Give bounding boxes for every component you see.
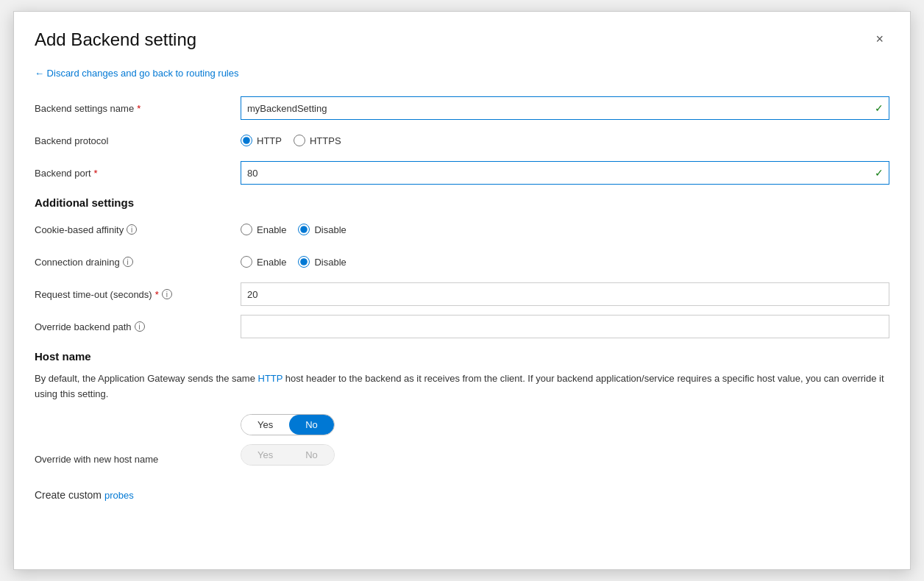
protocol-https-radio[interactable] xyxy=(294,135,305,146)
connection-draining-label: Connection draining i xyxy=(35,257,241,268)
dialog-header: Add Backend setting × xyxy=(14,12,910,62)
backend-protocol-label: Backend protocol xyxy=(35,135,241,146)
host-name-heading: Host name xyxy=(35,350,889,363)
override-host-name-row: Override with new host name Yes No xyxy=(35,444,889,474)
override-backend-path-input[interactable] xyxy=(241,315,889,338)
override-backend-path-label: Override backend path i xyxy=(35,321,241,332)
host-name-toggle-group: Yes No xyxy=(241,414,335,435)
backend-port-wrapper: ✓ xyxy=(241,161,889,185)
connection-draining-enable-option[interactable]: Enable xyxy=(241,256,286,268)
cookie-affinity-enable-label: Enable xyxy=(257,224,286,235)
cookie-affinity-disable-radio[interactable] xyxy=(298,224,310,235)
connection-draining-row: Connection draining i Enable Disable xyxy=(35,250,889,274)
connection-draining-radio-group: Enable Disable xyxy=(241,256,889,268)
protocol-http-label: HTTP xyxy=(257,135,282,146)
host-name-no-button[interactable]: No xyxy=(289,415,334,435)
backend-port-input[interactable] xyxy=(241,161,889,185)
dialog-content: ← Discard changes and go back to routing… xyxy=(14,62,910,536)
backend-port-label: Backend port * xyxy=(35,168,241,179)
add-backend-setting-dialog: Add Backend setting × ← Discard changes … xyxy=(13,11,911,570)
host-name-description: By default, the Application Gateway send… xyxy=(35,371,889,402)
backend-settings-name-row: Backend settings name * ✓ xyxy=(35,96,889,120)
backend-protocol-row: Backend protocol HTTP HTTPS xyxy=(35,129,889,152)
dialog-title: Add Backend setting xyxy=(35,29,196,50)
backend-settings-name-input[interactable] xyxy=(241,96,889,120)
connection-draining-disable-label: Disable xyxy=(314,257,346,268)
cookie-affinity-disable-label: Disable xyxy=(314,224,346,235)
http-link[interactable]: HTTP xyxy=(258,373,283,384)
close-button[interactable]: × xyxy=(870,29,889,49)
backend-settings-name-wrapper: ✓ xyxy=(241,96,889,120)
host-name-yes-button[interactable]: Yes xyxy=(241,415,289,435)
port-required-star: * xyxy=(94,168,98,179)
protocol-http-radio[interactable] xyxy=(241,135,252,146)
protocol-http-option[interactable]: HTTP xyxy=(241,135,282,146)
request-timeout-wrapper xyxy=(241,282,889,306)
connection-draining-enable-radio[interactable] xyxy=(241,256,252,268)
connection-draining-info-icon[interactable]: i xyxy=(123,257,133,267)
request-timeout-row: Request time-out (seconds) * i xyxy=(35,282,889,306)
backend-settings-name-label: Backend settings name * xyxy=(35,103,241,114)
request-timeout-label: Request time-out (seconds) * i xyxy=(35,289,241,300)
host-name-section: Host name By default, the Application Ga… xyxy=(35,350,889,507)
cookie-affinity-enable-option[interactable]: Enable xyxy=(241,224,286,235)
create-probes-link[interactable]: probes xyxy=(104,490,134,501)
request-timeout-info-icon[interactable]: i xyxy=(162,289,172,299)
protocol-https-option[interactable]: HTTPS xyxy=(294,135,341,146)
request-timeout-input[interactable] xyxy=(241,282,889,306)
override-backend-path-row: Override backend path i xyxy=(35,315,889,338)
override-host-name-no-button[interactable]: No xyxy=(289,445,334,465)
connection-draining-enable-label: Enable xyxy=(257,257,286,268)
create-probes-row: Create custom probes xyxy=(35,483,889,507)
override-host-name-label: Override with new host name xyxy=(35,454,241,465)
port-valid-check-icon: ✓ xyxy=(875,167,884,179)
cookie-affinity-row: Cookie-based affinity i Enable Disable xyxy=(35,218,889,241)
back-link[interactable]: ← Discard changes and go back to routing… xyxy=(35,62,239,79)
override-host-name-toggle-group: Yes No xyxy=(241,444,335,466)
create-probes-text: Create custom probes xyxy=(35,489,134,501)
cookie-affinity-disable-option[interactable]: Disable xyxy=(298,224,346,235)
protocol-radio-group: HTTP HTTPS xyxy=(241,135,889,146)
connection-draining-disable-option[interactable]: Disable xyxy=(298,256,346,268)
cookie-affinity-label: Cookie-based affinity i xyxy=(35,224,241,235)
override-backend-path-info-icon[interactable]: i xyxy=(135,321,145,332)
cookie-affinity-enable-radio[interactable] xyxy=(241,224,252,235)
override-host-name-yes-button[interactable]: Yes xyxy=(241,445,289,465)
connection-draining-disable-radio[interactable] xyxy=(298,256,310,268)
required-star: * xyxy=(137,103,141,114)
additional-settings-heading: Additional settings xyxy=(35,196,889,209)
cookie-affinity-radio-group: Enable Disable xyxy=(241,224,889,235)
protocol-https-label: HTTPS xyxy=(310,135,341,146)
timeout-required-star: * xyxy=(155,289,159,300)
backend-port-row: Backend port * ✓ xyxy=(35,161,889,185)
valid-check-icon: ✓ xyxy=(875,102,884,114)
override-backend-path-wrapper xyxy=(241,315,889,338)
cookie-affinity-info-icon[interactable]: i xyxy=(127,224,137,235)
